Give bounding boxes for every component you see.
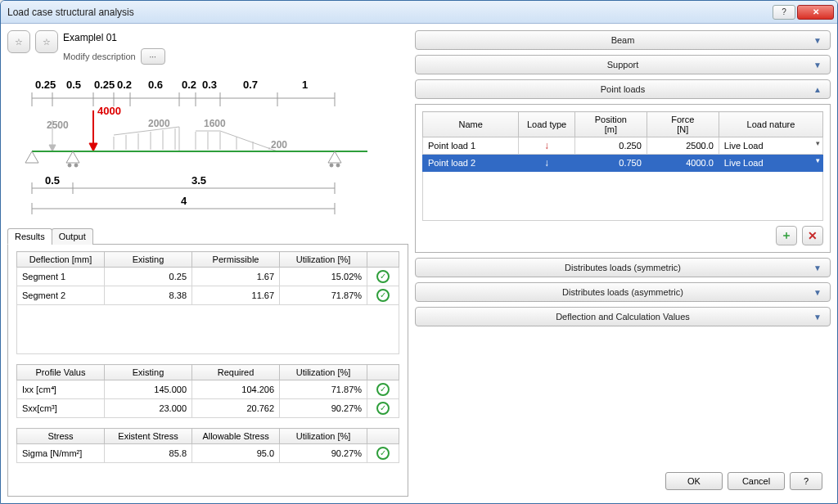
dim-7: 0.7 <box>243 79 258 91</box>
dim-3: 0.2 <box>117 79 132 91</box>
star-plus-icon: ☆ <box>43 37 51 47</box>
svg-marker-32 <box>328 151 341 163</box>
results-tabs: Results Output <box>7 228 408 245</box>
arrow-down-icon: ↓ <box>524 140 569 151</box>
right-column: Beam▼ Support▼ Point loads▲ Name Load ty… <box>415 30 831 497</box>
chevron-down-icon: ▼ <box>813 313 822 322</box>
favorite-button[interactable]: ☆ <box>7 30 30 53</box>
point-loads-table: Name Load type Position [m] Force [N] Lo… <box>422 111 823 221</box>
load-0: 2500 <box>47 119 69 131</box>
left-column: ☆ ☆ Examplel 01 Modify description ··· <box>7 30 408 497</box>
defl-h0: Deflection [mm] <box>17 252 105 268</box>
table-row[interactable]: Point load 2 ↓ 0.750 4000.0 Live Load <box>423 155 823 172</box>
load-2: 1600 <box>204 118 226 129</box>
svg-marker-29 <box>66 151 79 163</box>
star-icon: ☆ <box>15 37 23 47</box>
chevron-down-icon: ▼ <box>813 36 822 45</box>
chevron-down-icon: ▼ <box>813 61 822 70</box>
check-icon: ✓ <box>376 447 390 460</box>
titlebar[interactable]: Load case structural analysis ? ✕ <box>1 1 837 24</box>
svg-marker-14 <box>49 145 56 151</box>
delete-load-button[interactable]: ✕ <box>802 226 823 245</box>
check-icon: ✓ <box>376 383 390 396</box>
check-icon: ✓ <box>376 270 390 283</box>
check-icon: ✓ <box>376 402 390 415</box>
header-row: ☆ ☆ Examplel 01 Modify description ··· <box>7 30 408 65</box>
table-row[interactable]: Ixx [cm⁴] 145.000 104.206 71.87% ✓ <box>17 380 399 399</box>
stress-table: Stress Existent Stress Allowable Stress … <box>16 428 399 463</box>
svg-point-30 <box>68 164 71 167</box>
dim-8: 1 <box>302 79 308 91</box>
load-3: 200 <box>271 139 287 151</box>
total-dim: 4 <box>181 195 187 207</box>
table-row[interactable]: Point load 1 ↓ 0.250 2500.0 Live Load <box>423 137 823 155</box>
dim-2: 0.25 <box>94 79 115 91</box>
expander-beam[interactable]: Beam▼ <box>415 30 831 50</box>
check-icon: ✓ <box>376 289 390 302</box>
client-area: ☆ ☆ Examplel 01 Modify description ··· <box>1 24 837 503</box>
point-loads-panel: Name Load type Position [m] Force [N] Lo… <box>415 104 831 253</box>
bdim-1: 3.5 <box>191 174 206 187</box>
defl-h2: Permissible <box>192 252 280 268</box>
favorite-add-button[interactable]: ☆ <box>35 30 58 53</box>
expander-dist-sym[interactable]: Distributes loads (symmetric)▼ <box>415 258 831 277</box>
tab-results[interactable]: Results <box>7 228 52 245</box>
profile-table: Profile Valus Existing Required Utilizat… <box>16 364 399 418</box>
table-row[interactable]: Sigma [N/mm²] 85.8 95.0 90.27% ✓ <box>17 444 399 463</box>
chevron-down-icon: ▼ <box>813 288 822 297</box>
tab-output[interactable]: Output <box>52 228 93 245</box>
svg-marker-28 <box>25 151 38 163</box>
expander-support[interactable]: Support▼ <box>415 55 831 74</box>
svg-point-33 <box>330 164 333 167</box>
expander-deflection-calc[interactable]: Deflection and Calculation Values▼ <box>415 307 831 326</box>
dim-1: 0.5 <box>66 79 81 91</box>
dim-0: 0.25 <box>35 79 56 91</box>
svg-point-31 <box>74 164 78 167</box>
main-load: 4000 <box>97 105 121 117</box>
window-title: Load case structural analysis <box>4 7 771 18</box>
arrow-down-icon: ↓ <box>524 157 569 169</box>
add-load-button[interactable]: ＋ <box>776 226 797 245</box>
table-row[interactable]: Segment 1 0.25 1.67 15.02% ✓ <box>17 268 399 286</box>
dim-6: 0.3 <box>202 79 217 91</box>
ok-button[interactable]: OK <box>665 472 723 490</box>
chevron-down-icon: ▼ <box>813 263 822 272</box>
deflection-table: Deflection [mm] Existing Permissible Uti… <box>16 251 399 354</box>
results-panel: Deflection [mm] Existing Permissible Uti… <box>7 245 408 497</box>
bdim-0: 0.5 <box>45 174 60 187</box>
close-button[interactable]: ✕ <box>797 5 834 20</box>
modify-description-label: Modify description <box>63 52 136 61</box>
plus-icon: ＋ <box>781 228 792 243</box>
beam-diagram: 0.25 0.5 0.25 0.2 0.6 0.2 0.3 0.7 1 <box>7 70 408 225</box>
modify-description-button[interactable]: ··· <box>141 48 165 65</box>
table-row[interactable]: Segment 2 8.38 11.67 71.87% ✓ <box>17 286 399 305</box>
dialog-footer: OK Cancel ? <box>415 466 831 497</box>
x-icon: ✕ <box>808 229 818 242</box>
expander-dist-asym[interactable]: Distributes loads (asymmetric)▼ <box>415 282 831 302</box>
help-button[interactable]: ? <box>773 5 795 20</box>
defl-h3: Utilization [%] <box>280 252 367 268</box>
loadcase-name: Examplel 01 <box>63 32 408 43</box>
load-1: 2000 <box>148 118 170 129</box>
chevron-up-icon: ▲ <box>813 85 822 94</box>
dialog-window: Load case structural analysis ? ✕ ☆ ☆ Ex… <box>0 0 838 504</box>
dim-5: 0.2 <box>182 79 196 91</box>
table-row[interactable]: Sxx[cm³] 23.000 20.762 90.27% ✓ <box>17 399 399 418</box>
dim-4: 0.6 <box>148 79 163 91</box>
svg-marker-12 <box>89 143 97 151</box>
defl-h1: Existing <box>105 252 192 268</box>
expander-point-loads[interactable]: Point loads▲ <box>415 79 831 99</box>
svg-point-34 <box>336 164 340 167</box>
cancel-button[interactable]: Cancel <box>728 472 785 490</box>
help-button-footer[interactable]: ? <box>790 472 822 490</box>
